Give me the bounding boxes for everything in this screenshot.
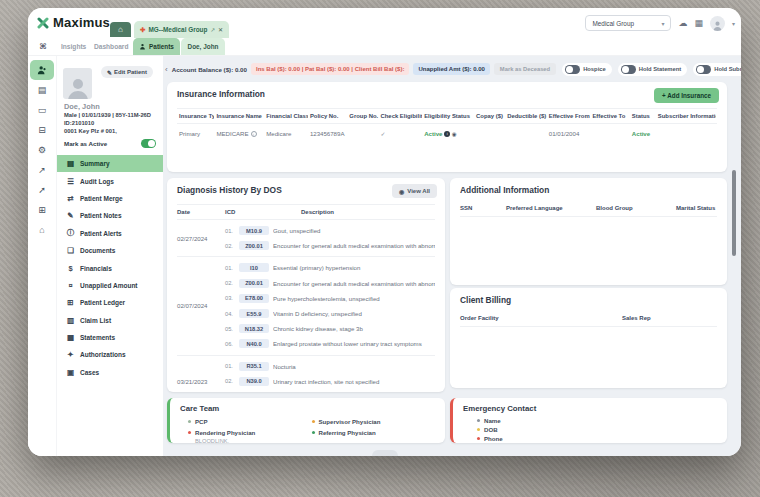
- diagnosis-group[interactable]: 02/07/2024 01.I10Essential (primary) hyp…: [177, 257, 435, 355]
- home-tab-button[interactable]: ⌂: [110, 22, 131, 37]
- icd-chip[interactable]: M10.9: [239, 226, 269, 235]
- icd-description: Enlarged prostate without lower urinary …: [273, 340, 435, 347]
- emergency-label: Phone: [484, 435, 503, 442]
- code-row: 02.Z00.01Encounter for general adult med…: [225, 276, 435, 291]
- icd-chip[interactable]: N18.32: [239, 324, 269, 333]
- rail-archive-icon[interactable]: ⊟: [30, 120, 54, 140]
- col-description: Description: [301, 209, 435, 215]
- diagnosis-group[interactable]: 02/27/2024 01.M10.9Gout, unspecified 02.…: [177, 220, 435, 257]
- sidebar-item-patient-merge[interactable]: ⇄Patient Merge: [57, 190, 163, 207]
- rail-facility-icon[interactable]: ⌂: [30, 220, 54, 240]
- cell-copay: [474, 124, 505, 144]
- sidebar-item-claim-list[interactable]: ▥Claim List: [57, 312, 163, 329]
- sidebar-item-audit-logs[interactable]: ☰Audit Logs: [57, 172, 163, 189]
- external-link-icon[interactable]: ↗: [210, 27, 215, 33]
- insurance-row[interactable]: Primary MEDICAREi Medicare 123456789A ✓ …: [177, 124, 717, 144]
- icd-chip[interactable]: E55.9: [239, 309, 269, 318]
- sidebar-item-cases[interactable]: ▣Cases: [57, 364, 163, 381]
- icd-chip[interactable]: E78.00: [239, 294, 269, 303]
- workspace-tab[interactable]: ✚ MG--Medical Group ↗ ✕: [134, 21, 229, 38]
- sidebar-item-patient-notes[interactable]: ✎Patient Notes: [57, 207, 163, 224]
- sidebar-item-authorizations[interactable]: ✦Authorizations: [57, 346, 163, 363]
- bullet-icon: [312, 431, 315, 434]
- care-team-list: PCP Supervisor Physician Rendering Physi…: [180, 418, 435, 443]
- nav-insights[interactable]: Insights: [61, 43, 86, 50]
- icd-chip[interactable]: Z00.01: [239, 241, 269, 250]
- insurance-section: Insurance Information + Add Insurance In…: [167, 82, 727, 172]
- tab-patients[interactable]: Patients: [133, 38, 180, 55]
- rail-clipboard-icon[interactable]: ▤: [30, 80, 54, 100]
- code-index: 01.: [225, 228, 235, 234]
- patient-menu: ▤Summary ☰Audit Logs ⇄Patient Merge ✎Pat…: [57, 155, 163, 381]
- vertical-scrollbar[interactable]: [732, 170, 736, 256]
- status-text: Active: [632, 130, 650, 137]
- edit-patient-button[interactable]: ✎ Edit Patient: [101, 66, 153, 78]
- rail-analytics-icon[interactable]: ↗: [30, 160, 54, 180]
- code-list: 01.I10Essential (primary) hypertension 0…: [225, 260, 435, 351]
- rail-apps-icon[interactable]: ⊞: [30, 200, 54, 220]
- sidebar-item-summary[interactable]: ▤Summary: [57, 155, 163, 172]
- col-preferred-language: Preferred Language: [506, 205, 596, 211]
- rail-payment-card-icon[interactable]: ▭: [30, 100, 54, 120]
- hospice-toggle-group: Hospice: [562, 63, 612, 76]
- add-insurance-button[interactable]: + Add Insurance: [654, 88, 719, 103]
- col-marital-status: Marital Status: [676, 205, 717, 211]
- hold-submission-toggle-group: Hold Submission: [693, 63, 741, 76]
- chevron-left-icon[interactable]: ‹: [165, 65, 168, 74]
- cell-status: Active: [630, 124, 656, 144]
- additional-info-section: Additional Information SSN Preferred Lan…: [450, 178, 727, 285]
- emergency-item-dob: DOB: [477, 426, 717, 433]
- hold-statement-toggle[interactable]: [621, 65, 636, 74]
- mark-active-toggle[interactable]: [141, 139, 156, 148]
- sidebar-item-label: Cases: [80, 369, 99, 376]
- diagnosis-group[interactable]: 03/21/2023 01.R35.1Nocturia 02.N39.0Urin…: [177, 356, 435, 393]
- sidebar-item-patient-ledger[interactable]: ⊞Patient Ledger: [57, 294, 163, 311]
- sidebar-item-financials[interactable]: $Financials: [57, 259, 163, 276]
- hospice-toggle[interactable]: [565, 65, 580, 74]
- view-all-button[interactable]: ◉ View All: [392, 184, 437, 198]
- eligibility-info-icon[interactable]: i: [444, 131, 450, 137]
- app-window: Maximus ⌂ ✚ MG--Medical Group ↗ ✕ Medica…: [28, 8, 741, 456]
- sidebar-item-patient-alerts[interactable]: ⓘPatient Alerts: [57, 225, 163, 242]
- sidebar-item-statements[interactable]: ▦Statements: [57, 329, 163, 346]
- nav-dashboard[interactable]: Dashboard: [94, 43, 128, 50]
- icd-chip[interactable]: N40.0: [239, 339, 269, 348]
- sidebar-item-documents[interactable]: ❏Documents: [57, 242, 163, 259]
- icd-chip[interactable]: I10: [239, 263, 269, 272]
- mark-active-row: Mark as Active: [64, 139, 156, 148]
- code-row: 01.M10.9Gout, unspecified: [225, 223, 435, 238]
- cell-effective-from: 01/01/2004: [547, 124, 591, 144]
- client-billing-title: Client Billing: [460, 295, 717, 305]
- rail-referrals-icon[interactable]: ➚: [30, 180, 54, 200]
- account-balance: Account Balance ($): 0.00: [172, 66, 247, 73]
- icd-chip[interactable]: N39.0: [239, 377, 269, 386]
- insurance-table-wrap[interactable]: Insurance Type Insurance Name Financial …: [177, 108, 717, 143]
- mark-deceased-button[interactable]: Mark as Deceased: [494, 63, 556, 75]
- icd-chip[interactable]: R35.1: [239, 362, 269, 371]
- tab-patient-doe-john[interactable]: Doe, John: [181, 38, 225, 55]
- dollar-icon: $: [66, 264, 75, 273]
- avatar-caret-icon[interactable]: ▾: [732, 20, 735, 27]
- close-tab-icon[interactable]: ✕: [218, 26, 223, 33]
- command-menu-icon[interactable]: ⌘: [39, 42, 47, 51]
- bullet-icon: [477, 437, 480, 440]
- hold-submission-toggle[interactable]: [696, 65, 711, 74]
- bullet-icon: [477, 428, 480, 431]
- body: ▤ ▭ ⊟ ⚙ ↗ ➚ ⊞ ⌂ ✎ Edit Patient Doe, John…: [28, 56, 741, 456]
- info-icon[interactable]: i: [251, 131, 257, 137]
- code-index: 01.: [225, 363, 235, 369]
- emergency-item-name: Name: [477, 417, 717, 424]
- check-eligibility-icon[interactable]: ✓: [381, 131, 386, 137]
- hold-submission-label: Hold Submission: [714, 66, 741, 72]
- sidebar-item-label: Financials: [80, 265, 112, 272]
- sidebar-item-unapplied-amount[interactable]: ¤Unapplied Amount: [57, 277, 163, 294]
- icd-chip[interactable]: Z00.01: [239, 279, 269, 288]
- key-icon: ✦: [66, 350, 75, 359]
- apps-grid-icon[interactable]: ▦: [694, 18, 703, 28]
- rail-settings-icon[interactable]: ⚙: [30, 140, 54, 160]
- org-select[interactable]: Medical Group ▾: [585, 15, 671, 31]
- rail-patients-icon[interactable]: [30, 60, 54, 80]
- eligibility-view-icon[interactable]: ◉: [452, 131, 457, 137]
- user-avatar[interactable]: [710, 16, 725, 31]
- cloud-icon[interactable]: ☁: [678, 18, 687, 28]
